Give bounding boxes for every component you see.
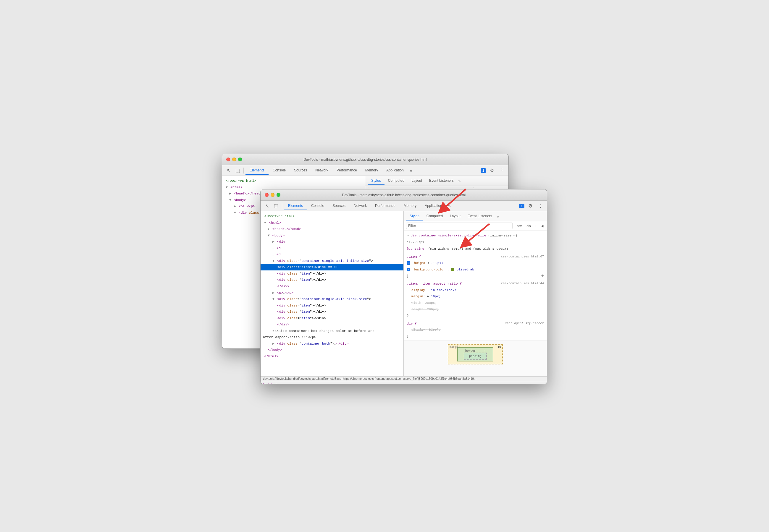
styles-more-front[interactable]: » — [497, 214, 499, 219]
tab-console-front[interactable]: Console — [307, 202, 328, 210]
styles-tab-back[interactable]: Styles — [367, 177, 384, 185]
selector-link-front[interactable]: div.container-single-axis.inline-size — [411, 233, 486, 237]
tab-sources-front[interactable]: Sources — [328, 202, 349, 210]
style-value-front: 412.297px — [404, 240, 547, 246]
item-close-brace: } + — [404, 274, 547, 280]
hov-btn-front[interactable]: :hov — [514, 223, 523, 228]
computed-tab-front[interactable]: Computed — [423, 212, 446, 220]
layout-tab-back[interactable]: Layout — [408, 177, 426, 185]
cursor-icon-front[interactable]: ↖ — [263, 202, 271, 210]
at-container-rule-front: @container (min-width: 601px) and (max-w… — [404, 245, 547, 253]
dom-container-block: ▼ <div class="container-single-axis bloc… — [260, 296, 404, 302]
inspect-icon[interactable]: ⬚ — [233, 166, 242, 175]
tab-application-front[interactable]: Application — [421, 202, 446, 210]
cls-btn-front[interactable]: .cls — [525, 223, 532, 228]
dom-item-selected: <div class="item"></div> == $0 — [260, 264, 404, 270]
url-bar: devtools://devtools/bundled/devtools_app… — [260, 376, 547, 381]
more-tabs-back[interactable]: » — [408, 167, 414, 174]
tab-network-front[interactable]: Network — [349, 202, 371, 210]
tab-console-back[interactable]: Console — [268, 166, 290, 175]
tab-performance-front[interactable]: Performance — [371, 202, 400, 210]
event-listeners-tab-front[interactable]: Event Listeners — [464, 212, 496, 220]
tab-memory-back[interactable]: Memory — [361, 166, 382, 175]
dom-p2: ▶ <p>…</p> — [260, 290, 404, 296]
dom-close-div-2: </div> — [260, 321, 404, 328]
tab-network-back[interactable]: Network — [311, 166, 332, 175]
item-height-strike-front: height: 200px; — [404, 307, 547, 314]
item-rule-front: .item { css-contain…ies.html:67 — [404, 253, 547, 261]
box-model-panel-front: margin 10 border - padding — [404, 340, 547, 376]
dom-head-front: ▶ <head>…</head> — [260, 226, 404, 232]
tab-elements-front[interactable]: Elements — [284, 202, 307, 210]
menu-icon-front[interactable]: ⋮ — [536, 202, 545, 210]
toolbar-right-front: 1 ⚙ ⋮ — [519, 202, 545, 210]
dom-p-size-2: after aspect-ratio 1:1</p> — [260, 334, 404, 340]
event-listeners-tab-back[interactable]: Event Listeners — [426, 177, 457, 185]
dom-close-html: </html> — [260, 353, 404, 360]
dom-html-front: ▼ <html> — [260, 220, 404, 226]
item-aspect-rule-front: .item, .item-aspect-ratio { css-contain…… — [404, 280, 547, 288]
tab-performance-back[interactable]: Performance — [332, 166, 361, 175]
plus-btn-front[interactable]: + — [534, 223, 538, 228]
styles-more-back[interactable]: » — [459, 179, 461, 183]
border-box: border - padding — [457, 347, 493, 361]
checkbox-height[interactable] — [407, 261, 410, 265]
filter-input-front[interactable] — [406, 223, 513, 229]
dom-doctype: <!DOCTYPE html> — [222, 178, 365, 184]
styles-tabs-front: Styles Computed Layout Event Listeners » — [404, 211, 547, 221]
tab-nav-front: Elements Console Sources Network Perform… — [284, 202, 519, 210]
styles-tabs-back: Styles Computed Layout Event Listeners » — [365, 176, 509, 186]
menu-icon-back[interactable]: ⋮ — [498, 166, 506, 175]
computed-tab-back[interactable]: Computed — [384, 177, 408, 185]
settings-icon-back[interactable]: ⚙ — [488, 166, 496, 175]
dom-panel-front[interactable]: <!DOCTYPE html> ▼ <html> ▶ <head>…</head… — [260, 211, 404, 376]
dom-container-both: ▶ <div class="container-both">…</div> — [260, 340, 404, 347]
color-swatch-olivedrab — [451, 268, 454, 271]
title-bar-back: DevTools - mathiasbynens.github.io/css-d… — [222, 154, 509, 165]
window-title-back: DevTools - mathiasbynens.github.io/css-d… — [303, 158, 427, 162]
dom-item-3: <div class="item"></div> — [260, 277, 404, 283]
devtools-toolbar-front: ↖ ⬚ Elements Console Sources Network Per… — [260, 201, 547, 211]
dom-d1: ▶ <div — [260, 239, 404, 245]
traffic-lights-front — [265, 193, 280, 197]
close-button-front[interactable] — [265, 193, 268, 197]
toolbar-sep-front — [282, 203, 282, 209]
bottom-bar-front: html body — [260, 381, 547, 384]
checkbox-bg[interactable] — [407, 268, 410, 271]
traffic-lights-back — [226, 158, 242, 161]
breadcrumb-body[interactable]: body — [271, 383, 278, 385]
filter-bar-front: :hov .cls + ◀ — [404, 221, 547, 231]
close-button-back[interactable] — [226, 158, 230, 161]
styles-tab-front[interactable]: Styles — [406, 212, 423, 220]
layout-tab-front[interactable]: Layout — [446, 212, 464, 220]
collapse-btn-front[interactable]: ◀ — [540, 223, 545, 228]
add-style-btn-front[interactable]: + — [541, 274, 544, 278]
maximize-button-back[interactable] — [238, 158, 242, 161]
styles-panel-front: Styles Computed Layout Event Listeners »… — [404, 211, 547, 376]
dom-item-b3: <div class="item"></div> — [260, 315, 404, 322]
dom-d2: … <d — [260, 245, 404, 252]
minimize-button-back[interactable] — [232, 158, 236, 161]
tab-application-back[interactable]: Application — [382, 166, 408, 175]
item-display-front: display : inline-block; — [404, 288, 547, 294]
maximize-button-front[interactable] — [276, 193, 280, 197]
inspect-icon-front[interactable]: ⬚ — [272, 202, 280, 210]
tab-elements-back[interactable]: Elements — [245, 166, 268, 175]
minimize-button-front[interactable] — [271, 193, 274, 197]
dom-doctype-front: <!DOCTYPE html> — [260, 213, 404, 220]
breadcrumb-html[interactable]: html — [263, 383, 269, 385]
style-selector-rule-front: → div.container-single-axis.inline-size … — [404, 232, 547, 240]
more-tabs-front[interactable]: » — [446, 202, 453, 210]
dom-body-front: ▼ <body> — [260, 232, 404, 239]
styles-content-front: → div.container-single-axis.inline-size … — [404, 231, 547, 376]
tab-sources-back[interactable]: Sources — [290, 166, 311, 175]
ua-div-rule-front: div { user agent stylesheet — [404, 320, 547, 328]
settings-icon-front[interactable]: ⚙ — [526, 202, 535, 210]
chat-badge-back[interactable]: 1 — [481, 168, 486, 173]
tab-nav-back: Elements Console Sources Network Perform… — [245, 166, 480, 175]
dom-item-b1: <div class="item"></div> — [260, 302, 404, 309]
chat-badge-front[interactable]: 1 — [519, 204, 525, 208]
cursor-icon[interactable]: ↖ — [224, 166, 233, 175]
dom-item-2: <div class="item"></div> — [260, 270, 404, 277]
tab-memory-front[interactable]: Memory — [400, 202, 421, 210]
